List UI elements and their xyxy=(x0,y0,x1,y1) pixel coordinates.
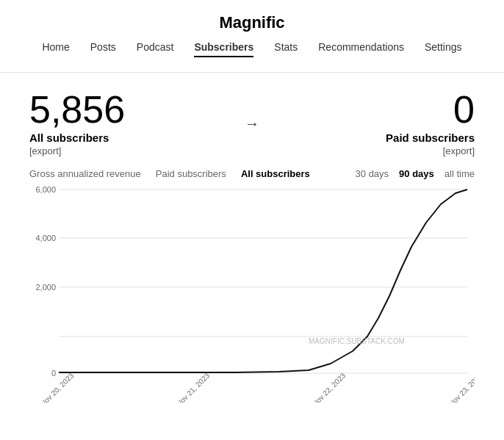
time-tab-all[interactable]: all time xyxy=(444,168,475,179)
chart-controls: Gross annualized revenue Paid subscriber… xyxy=(0,168,504,179)
arrow-icon: → xyxy=(245,115,259,131)
paid-subscribers-label: Paid subscribers xyxy=(281,131,475,144)
svg-text:Nov 22, 2023: Nov 22, 2023 xyxy=(311,371,348,403)
all-subscribers-block: 5,856 All subscribers [export] xyxy=(29,90,223,156)
nav-posts[interactable]: Posts xyxy=(90,41,116,57)
main-nav: Home Posts Podcast Subscribers Stats Rec… xyxy=(0,41,504,65)
time-tabs: 30 days 90 days all time xyxy=(356,168,475,179)
svg-text:6,000: 6,000 xyxy=(35,185,56,194)
paid-subscribers-export[interactable]: [export] xyxy=(281,145,475,156)
arrow-indicator: → xyxy=(223,115,281,132)
nav-stats[interactable]: Stats xyxy=(274,41,298,57)
nav-settings[interactable]: Settings xyxy=(425,41,462,57)
svg-text:4,000: 4,000 xyxy=(35,234,56,242)
chart-tab-all[interactable]: All subscribers xyxy=(241,168,310,179)
nav-subscribers[interactable]: Subscribers xyxy=(194,41,253,57)
paid-subscribers-block: 0 Paid subscribers [export] xyxy=(281,90,475,156)
time-tab-90[interactable]: 90 days xyxy=(399,168,434,179)
all-subscribers-value: 5,856 xyxy=(29,90,223,129)
app-title: Magnific xyxy=(0,13,504,32)
svg-text:Nov 23, 2023: Nov 23, 2023 xyxy=(447,371,475,403)
page-header: Magnific Home Posts Podcast Subscribers … xyxy=(0,0,504,73)
chart-watermark: MAGNIFIC.SUBSTACK.COM xyxy=(309,337,405,345)
nav-home[interactable]: Home xyxy=(42,41,69,57)
svg-text:Nov 21, 2023: Nov 21, 2023 xyxy=(175,371,212,403)
subscribers-chart: 6,000 4,000 2,000 0 Nov 20, 2023 Nov 21,… xyxy=(29,182,475,403)
nav-recommendations[interactable]: Recommendations xyxy=(318,41,404,57)
chart-tab-paid[interactable]: Paid subscribers xyxy=(156,168,226,179)
chart-area: 6,000 4,000 2,000 0 Nov 20, 2023 Nov 21,… xyxy=(0,182,504,413)
chart-tabs: Gross annualized revenue Paid subscriber… xyxy=(29,168,356,179)
paid-subscribers-value: 0 xyxy=(281,90,475,129)
chart-tab-revenue[interactable]: Gross annualized revenue xyxy=(29,168,141,179)
all-subscribers-export[interactable]: [export] xyxy=(29,145,223,156)
svg-text:Nov 20, 2023: Nov 20, 2023 xyxy=(39,371,76,403)
nav-podcast[interactable]: Podcast xyxy=(137,41,174,57)
svg-text:2,000: 2,000 xyxy=(35,283,56,292)
svg-text:0: 0 xyxy=(51,369,56,378)
all-subscribers-label: All subscribers xyxy=(29,131,223,144)
stats-row: 5,856 All subscribers [export] → 0 Paid … xyxy=(0,73,504,168)
time-tab-30[interactable]: 30 days xyxy=(356,168,389,179)
